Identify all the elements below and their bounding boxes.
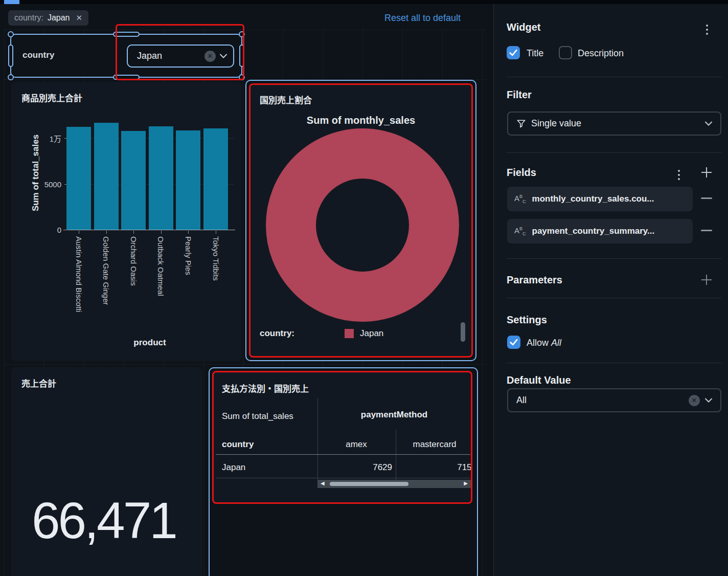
remove-field-icon[interactable]: [701, 197, 712, 199]
x-axis-tick-mark: [161, 231, 162, 234]
reset-all-link[interactable]: Reset all to default: [384, 13, 474, 24]
x-axis-tick-label: Tokyo Tidbits: [212, 236, 220, 281]
y-axis-tick-label: 0: [33, 226, 61, 234]
divider: [507, 258, 721, 259]
grid-line: [4, 364, 486, 365]
bar-Austin Almond Biscotti[interactable]: [66, 127, 91, 230]
bar-chart-x-axis-line: [63, 230, 235, 230]
widget-kebab-menu-icon[interactable]: [706, 25, 708, 37]
filter-chip-close-icon[interactable]: ✕: [76, 13, 83, 23]
table-hscrollbar[interactable]: ◀ ▶: [317, 480, 471, 488]
bar-Outback Oatmeal[interactable]: [149, 126, 173, 230]
filter-chip[interactable]: country: Japan ✕: [8, 10, 88, 26]
x-axis-tick-mark: [216, 231, 216, 234]
y-axis-tick-label: 1万: [33, 133, 61, 144]
default-value-heading: Default Value: [507, 374, 571, 386]
description-checkbox[interactable]: [559, 46, 572, 59]
chevron-down-icon: [705, 121, 712, 126]
resize-handle-sw[interactable]: [8, 74, 14, 80]
fields-add-icon[interactable]: [700, 166, 713, 179]
top-strip: [0, 0, 728, 4]
country-filter-widget[interactable]: country Japan ✕: [10, 34, 242, 78]
all-word: All: [551, 338, 561, 348]
field-label: payment_country_summary...: [532, 226, 655, 236]
default-value-clear-icon[interactable]: ✕: [689, 395, 700, 406]
fields-kebab-menu-icon[interactable]: [678, 170, 680, 182]
table-title: 支払方法別・国別売上: [222, 382, 309, 394]
filter-chip-value: Japan: [48, 13, 70, 23]
grid-line: [482, 30, 483, 576]
bar-chart-title: 商品別売上合計: [21, 91, 82, 104]
table-widget[interactable]: 支払方法別・国別売上 Sum of total_sales paymentMet…: [209, 367, 478, 576]
bar-Golden Gate Ginger[interactable]: [94, 123, 119, 230]
title-checkbox[interactable]: [507, 46, 520, 59]
table-hscrollbar-thumb[interactable]: [330, 482, 408, 486]
filter-type-dropdown[interactable]: Single value: [507, 112, 721, 136]
resize-handle-n[interactable]: [113, 32, 140, 37]
config-sidebar: Widget Title Description Filter Single v…: [493, 4, 728, 576]
bar-chart-x-axis-title: product: [66, 338, 233, 348]
bar-Orchard Oasis[interactable]: [121, 131, 146, 230]
scroll-left-icon[interactable]: ◀: [321, 480, 325, 486]
allow-all-label: Allow All: [527, 338, 561, 348]
chevron-down-icon[interactable]: [220, 53, 227, 60]
counter-title: 売上合計: [21, 376, 56, 389]
x-axis-tick-mark: [106, 231, 107, 234]
scroll-right-icon[interactable]: ▶: [464, 480, 468, 486]
divider: [507, 363, 721, 363]
table-bottom-rule: [216, 478, 470, 478]
divider: [507, 298, 721, 298]
resize-handle-ne[interactable]: [239, 31, 245, 37]
resize-handle-s[interactable]: [113, 75, 140, 80]
filter-field-label: country: [22, 50, 54, 60]
widget-heading: Widget: [507, 21, 540, 33]
table-measure-header: Sum of total_sales: [222, 411, 293, 422]
resize-handle-nw[interactable]: [8, 31, 14, 37]
bar-Tokyo Tidbits[interactable]: [203, 128, 228, 230]
divider: [507, 152, 721, 153]
string-type-icon: ABC: [514, 227, 526, 236]
resize-handle-e[interactable]: [239, 45, 244, 67]
field-pill-payment-country-summary[interactable]: ABC payment_country_summary...: [507, 219, 693, 243]
allow-word: Allow: [527, 338, 549, 348]
filter-clear-icon[interactable]: ✕: [204, 51, 216, 62]
default-value-dropdown[interactable]: All ✕: [507, 388, 721, 412]
table-cell-amex-value: 7629: [317, 462, 392, 473]
divider: [507, 77, 721, 77]
table-row-dim-header: country: [222, 439, 254, 450]
counter-value: 66,471: [32, 491, 176, 550]
dashboard-canvas: country: Japan ✕ Reset all to default co…: [0, 4, 493, 576]
allow-all-checkbox[interactable]: [507, 336, 520, 349]
grid-line: [4, 30, 5, 576]
description-checkbox-label: Description: [578, 48, 624, 59]
resize-handle-w[interactable]: [8, 45, 13, 67]
donut-legend-label[interactable]: Japan: [360, 328, 383, 339]
bar-chart-card[interactable]: 商品別売上合計 Sum of total_sales product 05000…: [11, 82, 241, 361]
donut-legend-scrollbar[interactable]: [461, 322, 465, 342]
donut-legend-title: country:: [260, 328, 294, 339]
parameters-add-icon[interactable]: [700, 273, 713, 286]
counter-card[interactable]: 売上合計 66,471: [11, 367, 202, 576]
x-axis-tick-mark: [133, 231, 134, 234]
y-axis-tick-mark: [64, 230, 69, 230]
table-card[interactable]: 支払方法別・国別売上 Sum of total_sales paymentMet…: [212, 371, 472, 504]
x-axis-tick-label: Pearly Pies: [184, 236, 193, 275]
x-axis-tick-mark: [188, 231, 189, 234]
resize-handle-se[interactable]: [239, 74, 245, 80]
grid-line: [4, 30, 486, 30]
filter-type-value: Single value: [531, 118, 700, 129]
x-axis-tick-mark: [79, 231, 79, 234]
bar-Pearly Pies[interactable]: [176, 130, 200, 230]
remove-field-icon[interactable]: [701, 230, 712, 231]
field-pill-monthly-country-sales[interactable]: ABC monthly_country_sales.cou...: [507, 187, 693, 211]
string-type-icon: ABC: [514, 194, 526, 204]
donut-chart-widget[interactable]: 国別売上割合 Sum of monthly_sales country: Jap…: [245, 80, 476, 361]
donut-chart-card[interactable]: 国別売上割合 Sum of monthly_sales country: Jap…: [249, 83, 473, 358]
default-value-text: All: [516, 395, 684, 406]
filter-value-dropdown[interactable]: Japan ✕: [127, 45, 234, 68]
filter-heading: Filter: [507, 89, 532, 101]
x-axis-tick-label: Golden Gate Ginger: [102, 236, 110, 305]
table-cell-country: Japan: [222, 462, 245, 473]
parameters-heading: Parameters: [507, 274, 562, 286]
funnel-icon: [516, 119, 526, 128]
